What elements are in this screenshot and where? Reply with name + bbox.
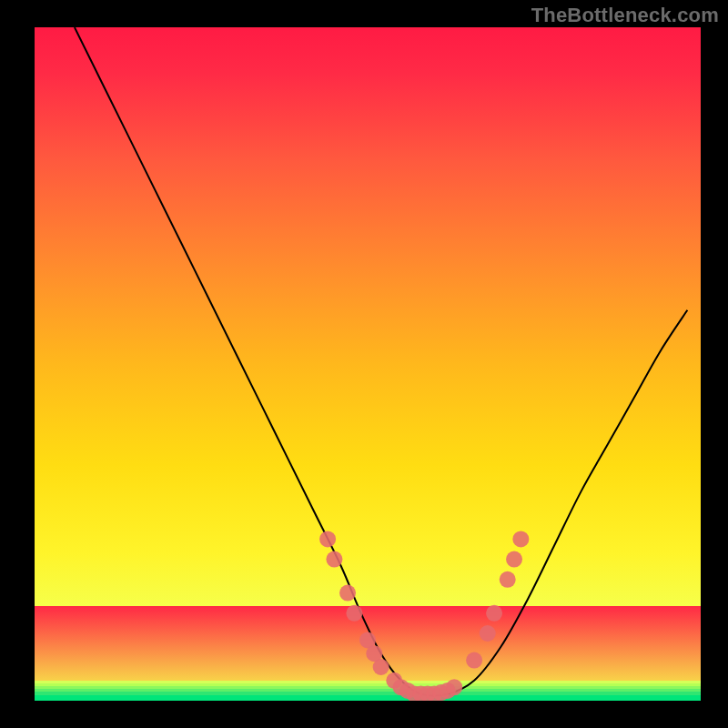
highlight-marker — [506, 551, 522, 568]
svg-rect-6 — [35, 695, 701, 701]
highlight-marker — [500, 571, 516, 588]
highlight-marker — [512, 531, 529, 547]
plot-area — [35, 27, 701, 701]
watermark-text: TheBottleneck.com — [531, 4, 719, 27]
highlight-marker — [326, 551, 342, 568]
highlight-marker — [319, 531, 336, 547]
gradient-background — [35, 27, 701, 701]
highlight-marker — [373, 659, 389, 675]
svg-rect-1 — [35, 681, 701, 683]
svg-rect-4 — [35, 689, 701, 692]
highlight-marker — [339, 585, 356, 602]
chart-stage: TheBottleneck.com — [0, 0, 728, 728]
highlight-marker — [480, 625, 496, 642]
green-band — [35, 681, 701, 701]
highlight-marker — [486, 605, 502, 622]
svg-rect-2 — [35, 683, 701, 686]
bottleneck-chart — [0, 0, 728, 728]
svg-rect-3 — [35, 686, 701, 689]
svg-rect-5 — [35, 692, 701, 695]
highlight-marker — [466, 652, 482, 669]
highlight-marker — [446, 679, 462, 695]
highlight-marker — [346, 605, 362, 622]
